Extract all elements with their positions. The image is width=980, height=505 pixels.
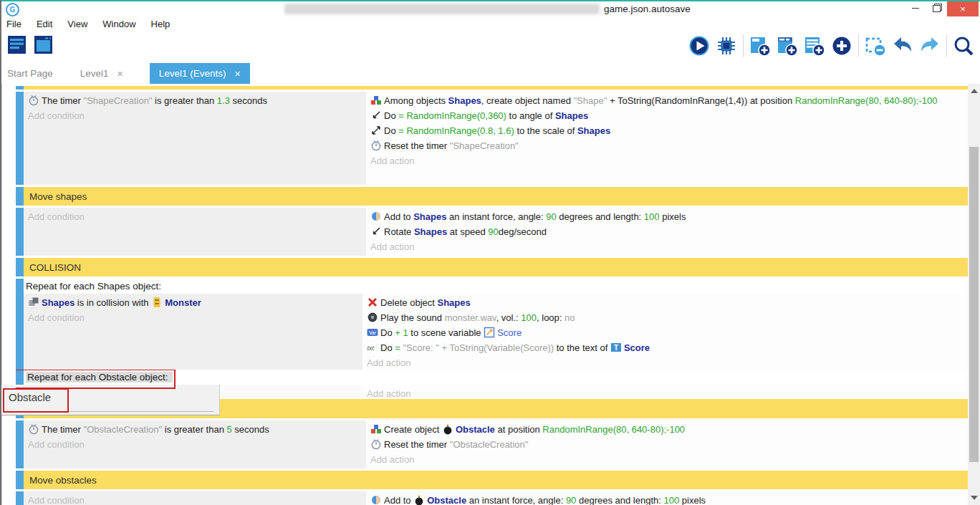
play-icon[interactable]: [688, 35, 710, 57]
comment-text[interactable]: Move obstacles: [24, 471, 968, 489]
comment-row: Move obstacles: [16, 471, 968, 489]
tab-start-page[interactable]: Start Page: [0, 63, 62, 84]
add-action-placeholder[interactable]: Add action: [370, 153, 968, 168]
toolbar: [0, 32, 980, 63]
event-condition[interactable]: Shapes is in collision with Monster: [28, 295, 362, 310]
maximize-button[interactable]: [927, 1, 946, 16]
add-action-placeholder[interactable]: Add action: [370, 239, 968, 254]
event-action[interactable]: VarDo + 1 to scene variable Score: [367, 325, 968, 340]
expression-value: 1.3: [217, 95, 230, 106]
expression-value: 5: [227, 424, 232, 435]
scroll-down-arrow-icon[interactable]: [971, 496, 978, 500]
event-condition[interactable]: The timer "ShapeCreation" is greater tha…: [28, 93, 366, 108]
text: The timer: [42, 424, 84, 435]
event-row: Add conditionAdd to Obstacle an instant …: [16, 491, 968, 505]
expression-value: 100: [521, 312, 537, 323]
toolbar-separator: [743, 34, 744, 57]
foreach-header[interactable]: Repeat for each Shapes object:: [24, 279, 968, 294]
text: , vol.:: [496, 312, 522, 323]
menu-item-help[interactable]: Help: [151, 17, 170, 32]
text: Reset the timer: [384, 140, 450, 151]
string-literal: monster.wav: [445, 312, 496, 323]
add-condition-placeholder[interactable]: Add condition: [28, 437, 366, 452]
object-name: Shapes: [414, 226, 447, 237]
conditions-column: Add condition: [24, 491, 366, 505]
collision-icon: [28, 297, 39, 308]
actions-column: Add to Obstacle an instant force, angle:…: [366, 491, 968, 505]
event-handle-bar: [16, 420, 24, 468]
actions-column: Add action: [362, 385, 968, 399]
tab-level1[interactable]: Level1×: [71, 63, 133, 84]
add-condition-placeholder[interactable]: Add condition: [28, 493, 366, 505]
event-action[interactable]: Reset the timer "ObstacleCreation": [370, 437, 968, 452]
add-comment-icon[interactable]: [804, 35, 825, 57]
text: pixels: [679, 495, 706, 505]
redo-icon[interactable]: [919, 35, 941, 57]
scene-editor-icon[interactable]: [33, 34, 54, 56]
add-subevent-icon[interactable]: [777, 35, 798, 57]
menu-item-file[interactable]: File: [6, 17, 21, 32]
event-action[interactable]: Play the sound monster.wav, vol.: 100, l…: [367, 310, 968, 325]
event-action[interactable]: Add to Shapes an instant force, angle: 9…: [370, 209, 968, 224]
expression-value: = RandomInRange(0.8, 1.6): [398, 125, 514, 136]
text: to angle of: [506, 110, 555, 121]
comment-text[interactable]: COLLISION: [24, 258, 968, 276]
text: to the text of: [554, 342, 610, 353]
add-condition-placeholder[interactable]: Add condition: [28, 310, 362, 325]
scrollbar-thumb[interactable]: [969, 147, 979, 462]
close-button[interactable]: ×: [947, 1, 979, 16]
object-name: Obstacle: [456, 424, 495, 435]
event-action[interactable]: Among objects Shapes, create object name…: [370, 93, 968, 108]
event-action[interactable]: Delete object Shapes: [367, 295, 968, 310]
menu-item-window[interactable]: Window: [102, 17, 135, 32]
toolbar-separator: [858, 34, 859, 57]
text: Delete object: [380, 297, 438, 308]
debug-icon[interactable]: [716, 35, 737, 57]
event-action[interactable]: Do = RandomInRange(0.8, 1.6) to the scal…: [370, 123, 968, 138]
vertical-scrollbar[interactable]: [968, 84, 980, 505]
window-left-border: [0, 0, 1, 505]
text: pixels: [660, 211, 686, 222]
add-circle-icon[interactable]: [831, 35, 852, 57]
delete-icon: [367, 297, 378, 308]
menu-item-view[interactable]: View: [67, 17, 87, 32]
tab-close-icon[interactable]: ×: [117, 68, 123, 80]
expression-value: RandomInRange(80, 640-80);-100: [795, 95, 938, 106]
add-action-placeholder[interactable]: Add action: [367, 386, 968, 399]
tab-close-icon[interactable]: ×: [235, 68, 241, 80]
text: is in collision with: [75, 297, 151, 308]
text: + ToString(RandomInRange(1,4)) at positi…: [607, 95, 794, 106]
conditions-column: The timer "ObstacleCreation" is greater …: [24, 420, 366, 468]
event-action[interactable]: Add to Obstacle an instant force, angle:…: [370, 493, 968, 505]
minimize-button[interactable]: [905, 1, 926, 16]
tab-level1-events-[interactable]: Level1 (Events)×: [150, 63, 250, 84]
add-condition-placeholder[interactable]: Add condition: [28, 108, 366, 123]
event-action[interactable]: Reset the timer "ShapeCreation": [370, 138, 968, 153]
foreach-event-row: Repeat for each Shapes object:Shapes is …: [16, 279, 968, 370]
add-action-placeholder[interactable]: Add action: [367, 355, 968, 370]
event-action[interactable]: txtDo = "Score: " + ToString(Variable(Sc…: [367, 340, 968, 355]
project-manager-icon[interactable]: [6, 34, 28, 56]
comment-text[interactable]: Move shapes: [24, 187, 968, 206]
delete-event-icon[interactable]: [865, 35, 886, 57]
object-name: Shapes: [413, 211, 446, 222]
monster-icon: [151, 297, 163, 308]
add-condition-placeholder[interactable]: Add condition: [28, 209, 366, 224]
object-name-input[interactable]: Obstacle: [9, 391, 51, 403]
event-action[interactable]: Rotate Shapes at speed 90deg/second: [370, 224, 968, 239]
text: Do: [384, 110, 398, 121]
undo-icon[interactable]: [892, 35, 913, 57]
event-action[interactable]: Create object Obstacle at position Rando…: [370, 422, 968, 437]
event-condition[interactable]: The timer "ObstacleCreation" is greater …: [28, 422, 366, 437]
event-action[interactable]: Do = RandomInRange(0,360) to angle of Sh…: [370, 108, 968, 123]
scroll-up-arrow-icon[interactable]: [971, 89, 978, 93]
tab-bar: Start PageLevel1×Level1 (Events)×: [0, 63, 980, 84]
foreach-header[interactable]: Repeat for each Obstacle object:: [24, 370, 968, 385]
search-icon[interactable]: [953, 35, 974, 57]
text: The timer: [42, 95, 84, 106]
add-action-placeholder[interactable]: Add action: [370, 452, 968, 467]
comment-row[interactable]: [24, 86, 968, 90]
comment-row: COLLISION: [16, 258, 968, 276]
menu-item-edit[interactable]: Edit: [37, 17, 52, 32]
add-event-icon[interactable]: [749, 35, 771, 57]
